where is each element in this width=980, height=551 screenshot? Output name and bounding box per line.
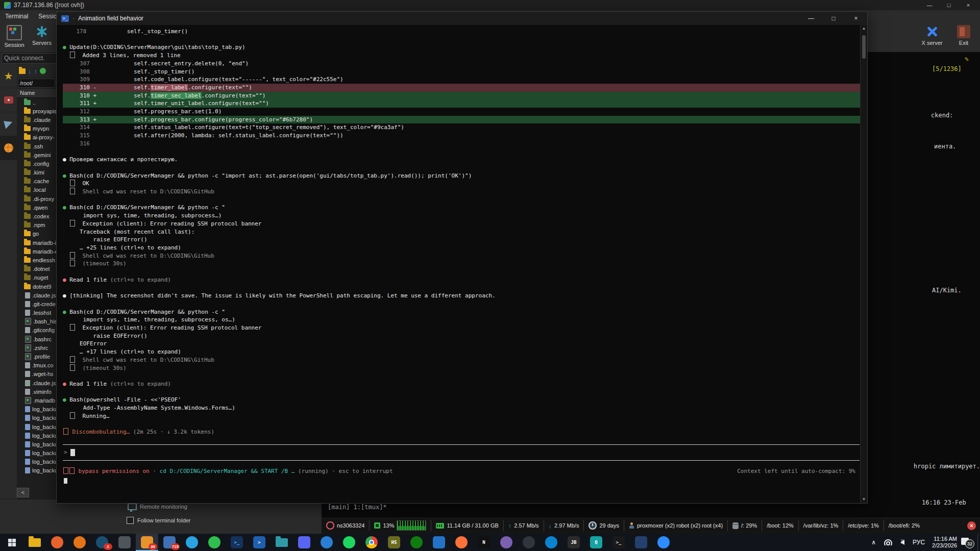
file-row[interactable]: .kimi [17, 168, 56, 177]
taskbar-icon-zoom-app[interactable] [652, 534, 675, 551]
taskbar-icon-dark-app[interactable] [113, 534, 136, 551]
file-row[interactable]: ai-proxy- [17, 133, 56, 142]
file-row[interactable]: log_backu [17, 440, 56, 448]
taskbar-icon-whatsapp[interactable] [203, 534, 226, 551]
maximize-icon[interactable]: □ [822, 12, 845, 25]
file-row[interactable]: .bashrc [17, 335, 56, 343]
file-row[interactable]: .claude.js [17, 291, 56, 299]
taskbar-icon-edge-blue[interactable] [540, 534, 562, 551]
file-row[interactable]: mariadb-c [17, 247, 56, 256]
file-row[interactable]: myvpn [17, 124, 56, 133]
taskbar-icon-viber[interactable] [495, 534, 518, 551]
show-desktop-strip[interactable] [977, 534, 980, 551]
taskbar-icon-blue-app[interactable] [630, 534, 652, 551]
file-row[interactable]: .gitconfig [17, 326, 56, 335]
taskbar-icon-chrome[interactable] [360, 534, 383, 551]
scroll-down-icon[interactable]: ▼ [861, 496, 867, 503]
follow-terminal-folder-row[interactable]: Follow terminal folder [127, 517, 191, 524]
taskbar-icon-edge-browser[interactable]: 2 [91, 534, 113, 551]
file-row[interactable]: dotnet9 [17, 282, 56, 291]
file-row[interactable]: log_backu [17, 422, 56, 431]
file-row[interactable]: log_backu [17, 431, 56, 440]
file-row[interactable]: log_backu [17, 414, 56, 422]
scrollbar[interactable]: ▲ ▼ [860, 25, 867, 503]
clock[interactable]: 11:16 AM 2/23/2026 [932, 536, 957, 549]
taskbar-icon-file-explorer[interactable] [23, 534, 46, 551]
scroll-left-button[interactable]: < [17, 488, 29, 497]
file-row[interactable]: .dotnet [17, 265, 56, 273]
refresh-icon[interactable] [40, 68, 46, 74]
dock-tab-sftp-browser[interactable] [0, 136, 17, 160]
taskbar-icon-spotify[interactable] [338, 534, 360, 551]
taskbar-icon-telegram[interactable] [181, 534, 203, 551]
dock-tab-tools[interactable] [0, 88, 17, 112]
taskbar-icon-firefox-browser[interactable] [68, 534, 91, 551]
file-row[interactable]: .viminfo [17, 387, 56, 396]
tray-chevron-icon[interactable]: ∧ [871, 539, 876, 546]
file-row[interactable]: endlessh [17, 256, 56, 264]
maximize-icon[interactable]: □ [939, 0, 959, 10]
dock-tab-macros[interactable] [0, 112, 17, 136]
session-button[interactable]: Session [1, 24, 28, 48]
file-row[interactable]: .wget-hs [17, 370, 56, 379]
folder-up-icon[interactable] [19, 68, 26, 74]
scrollbar-thumb[interactable] [862, 35, 866, 59]
taskbar-icon-teal-folder-app[interactable] [271, 534, 293, 551]
minimize-icon[interactable]: — [800, 12, 822, 25]
taskbar-icon-discord[interactable] [293, 534, 315, 551]
servers-button[interactable]: Servers [29, 24, 55, 46]
speaker-icon[interactable] [900, 540, 904, 545]
file-row[interactable]: .config [17, 159, 56, 168]
file-row[interactable]: .tmux.co [17, 361, 56, 370]
close-icon[interactable]: × [959, 0, 978, 10]
file-row[interactable]: .mariadb [17, 396, 56, 405]
start-button[interactable] [0, 534, 23, 551]
taskbar-icon-jetbrains[interactable]: JB [562, 534, 585, 551]
file-row[interactable]: .. [17, 98, 56, 107]
follow-checkbox[interactable] [127, 517, 134, 524]
file-column-header[interactable]: Name [17, 89, 56, 98]
claude-input-box[interactable]: > [63, 444, 860, 461]
file-row[interactable]: .qwen [17, 203, 56, 212]
notification-button[interactable]: 32 [961, 537, 972, 547]
file-row[interactable]: .di-proxy [17, 194, 56, 203]
remote-monitoring-button[interactable]: Remote monitoring [128, 503, 187, 510]
language-indicator[interactable]: РУС [913, 539, 925, 546]
taskbar-icon-brave-browser[interactable] [46, 534, 68, 551]
file-row[interactable]: .codex [17, 212, 56, 220]
taskbar-icon-powershell[interactable]: > [248, 534, 271, 551]
taskbar-icon-vscode[interactable] [428, 534, 450, 551]
taskbar-icon-notion[interactable]: N [473, 534, 495, 551]
file-row[interactable]: .git-crede [17, 299, 56, 308]
taskbar-icon-xbox[interactable] [405, 534, 428, 551]
path-input[interactable]: /root/ [18, 79, 55, 88]
scroll-up-icon[interactable]: ▲ [861, 25, 867, 32]
minimize-icon[interactable]: — [920, 0, 939, 10]
file-row[interactable]: log_backu [17, 449, 56, 458]
file-row[interactable]: proxyapis [17, 107, 56, 115]
taskbar-icon-obs[interactable] [518, 534, 540, 551]
file-row[interactable]: log_backu [17, 466, 56, 475]
claude-titlebar[interactable]: >_ · Animation field behavior — □ × [57, 12, 867, 25]
file-row[interactable]: .ssh [17, 142, 56, 151]
file-row[interactable]: .nuget [17, 273, 56, 282]
taskbar-icon-hs-app[interactable]: HS [383, 534, 405, 551]
exit-button[interactable]: Exit [950, 24, 977, 46]
file-row[interactable]: log_backu [17, 405, 56, 414]
file-row[interactable]: .local [17, 186, 56, 194]
file-row[interactable]: .npm [17, 221, 56, 230]
statusbar-close-icon[interactable]: × [967, 521, 976, 530]
file-row[interactable]: .lesshst [17, 309, 56, 317]
file-row[interactable]: log_backu [17, 458, 56, 466]
dock-tab-favorites[interactable]: ★ [0, 64, 17, 88]
taskbar-icon-quick-app[interactable]: Q [585, 534, 607, 551]
file-row[interactable]: .gemini [17, 151, 56, 159]
close-icon[interactable]: × [845, 12, 867, 25]
file-row[interactable]: .claude [17, 115, 56, 124]
file-row[interactable]: .zshrc [17, 343, 56, 352]
taskbar-icon-windows-terminal[interactable]: >_ [226, 534, 248, 551]
file-row[interactable]: .profile [17, 352, 56, 361]
file-row[interactable]: .bash_his [17, 317, 56, 326]
file-row[interactable]: mariadb-i [17, 238, 56, 247]
download-icon[interactable]: ↓ [28, 68, 32, 74]
